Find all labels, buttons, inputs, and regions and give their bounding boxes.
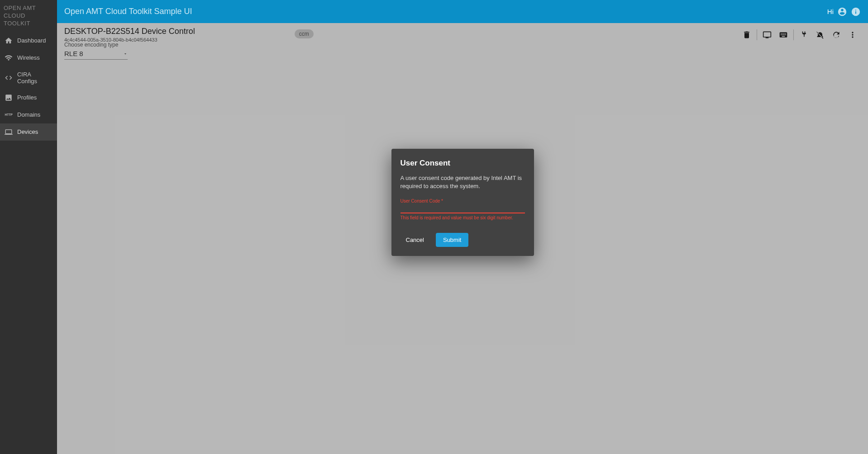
dialog-text: A user consent code generated by Intel A…	[401, 174, 525, 190]
account-icon[interactable]	[837, 7, 847, 17]
sidebar-item-label: Devices	[17, 128, 38, 135]
sidebar-item-label: Dashboard	[17, 37, 46, 44]
home-icon	[5, 37, 13, 45]
consent-code-hint: This field is required and value must be…	[401, 215, 525, 220]
cancel-button[interactable]: Cancel	[401, 233, 429, 247]
greeting: Hi	[827, 8, 834, 15]
sidebar-item-label: Domains	[17, 111, 40, 118]
info-icon[interactable]	[851, 7, 861, 17]
app-title: Open AMT Cloud Toolkit Sample UI	[64, 7, 192, 16]
topbar: Open AMT Cloud Toolkit Sample UI Hi	[57, 0, 868, 23]
laptop-icon	[5, 128, 13, 136]
consent-code-label: User Consent Code *	[401, 199, 525, 203]
wifi-icon	[5, 54, 13, 62]
sidebar-header: OPEN AMT CLOUD TOOLKIT	[0, 0, 57, 32]
sidebar-item-cira-configs[interactable]: CIRA Configs	[0, 66, 57, 89]
sidebar: OPEN AMT CLOUD TOOLKIT Dashboard Wireles…	[0, 0, 57, 454]
consent-code-input[interactable]	[401, 203, 525, 213]
modal-overlay: User Consent A user consent code generat…	[57, 23, 868, 454]
sidebar-item-wireless[interactable]: Wireless	[0, 49, 57, 66]
image-icon	[5, 94, 13, 102]
submit-button[interactable]: Submit	[436, 233, 468, 247]
dialog-title: User Consent	[401, 159, 525, 168]
sidebar-item-label: CIRA Configs	[17, 71, 52, 85]
user-consent-dialog: User Consent A user consent code generat…	[391, 149, 534, 256]
sidebar-item-label: Profiles	[17, 94, 37, 101]
sidebar-item-domains[interactable]: HTTP Domains	[0, 106, 57, 123]
sidebar-item-devices[interactable]: Devices	[0, 123, 57, 141]
code-icon	[5, 74, 13, 82]
sidebar-item-dashboard[interactable]: Dashboard	[0, 32, 57, 49]
sidebar-item-label: Wireless	[17, 54, 40, 61]
http-icon: HTTP	[5, 111, 13, 119]
sidebar-item-profiles[interactable]: Profiles	[0, 89, 57, 106]
